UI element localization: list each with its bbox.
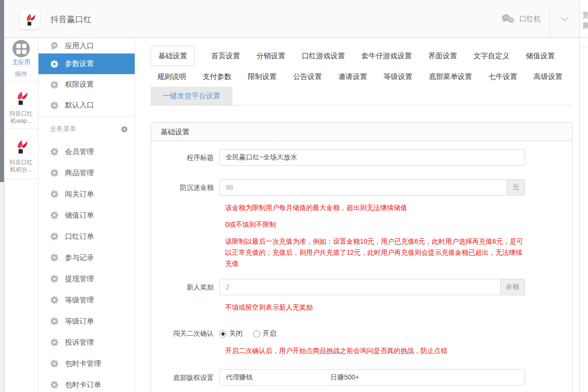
right-edge-section	[580, 38, 588, 47]
sidebar-item-lipstick-orders[interactable]: 口红订单	[38, 226, 135, 247]
field-label: 闯关二次确认	[151, 328, 214, 339]
tab-advanced-settings[interactable]: 高级设置	[534, 72, 562, 81]
account-label: 口红机	[519, 14, 541, 24]
gear-icon	[50, 296, 59, 304]
header-dropdown-button[interactable]	[550, 0, 579, 38]
app-window: 抖音赢口红 口红机 宽 屏 主应用 插件 抖	[0, 0, 588, 392]
right-edge-panel[interactable]: 宽 屏	[579, 0, 588, 392]
sidebar-item-label: 应用入口	[65, 41, 94, 51]
anti-addiction-input[interactable]	[219, 179, 525, 196]
gear-icon	[50, 338, 59, 347]
plugin-item-points[interactable]: 抖音口红 机积分...	[4, 129, 38, 179]
newbie-reward-input[interactable]	[219, 279, 525, 295]
plugin-lipstick-icon	[12, 137, 30, 156]
sidebar-item-timecard-mgmt[interactable]: 包时卡管理	[38, 353, 135, 374]
main-app-label: 主应用	[4, 58, 38, 66]
sidebar-item-app-entry[interactable]: 应用入口	[38, 38, 135, 53]
sidebar-menu: 应用入口 参数设置 权限设置 默认入口 业务菜单 会员管理 商品管理 闯关订单	[38, 38, 135, 392]
help-text: 不填或留空则表示新人无奖励	[225, 302, 528, 313]
tab-qiniu-settings[interactable]: 七牛设置	[488, 72, 517, 81]
radio-close[interactable]: 关闭	[219, 329, 243, 338]
plugin-item-wap[interactable]: 抖音口红 机wap...	[4, 82, 38, 129]
sidebar-item-permission-settings[interactable]: 权限设置	[38, 74, 135, 95]
unit-addon-balance: 余额	[500, 279, 524, 295]
gear-icon	[50, 190, 59, 198]
sidebar-item-label: 会员管理	[65, 147, 94, 157]
field-label: 程序标题	[151, 149, 214, 166]
plugin-name: 抖音口红 机积分...	[4, 159, 38, 173]
tab-bottom-menu-settings[interactable]: 底部菜单设置	[429, 72, 472, 81]
tab-invite-settings[interactable]: 邀请设置	[338, 72, 367, 81]
sidebar-item-challenge-orders[interactable]: 闯关订单	[38, 183, 135, 205]
sidebar-item-stored-value-orders[interactable]: 储值订单	[38, 205, 135, 226]
tab-lipstick-game-settings[interactable]: 口红游戏设置	[302, 52, 345, 61]
sidebar-item-label: 投诉管理	[65, 338, 94, 347]
sidebar-item-member-mgmt[interactable]: 会员管理	[38, 141, 135, 162]
sidebar-item-default-entry[interactable]: 默认入口	[38, 95, 135, 116]
plugins-header: 插件	[4, 66, 38, 82]
app-logo	[20, 9, 40, 29]
sidebar-item-label: 储值订单	[65, 211, 94, 220]
sidebar-item-label: 包时卡订单	[65, 380, 101, 390]
gear-icon	[50, 253, 59, 262]
gear-icon	[50, 80, 59, 89]
tab-level-settings[interactable]: 等级设置	[383, 72, 412, 81]
tab-stored-value-settings[interactable]: 储值设置	[526, 52, 555, 61]
sidebar-item-level-orders[interactable]: 等级订单	[38, 311, 135, 332]
sidebar-item-parameter-settings[interactable]: 参数设置	[38, 53, 135, 74]
chevron-down-icon	[561, 17, 569, 22]
gear-icon	[50, 359, 59, 368]
tab-announcement-settings[interactable]: 公告设置	[293, 72, 322, 81]
sidebar-item-label: 提现管理	[65, 274, 94, 284]
sidebar-item-label: 商品管理	[65, 169, 94, 178]
widescreen-toggle[interactable]: 宽 屏	[580, 0, 588, 38]
account-entry[interactable]: 口红机	[501, 0, 541, 38]
tab-one-click-shipping[interactable]: 一键发货平台设置	[151, 87, 232, 105]
widescreen-char-2: 屏	[582, 20, 588, 31]
sidebar-item-level-mgmt[interactable]: 等级管理	[38, 289, 135, 311]
radio-button-icon	[253, 330, 260, 338]
app-title-input[interactable]	[219, 149, 525, 166]
gear-icon	[50, 211, 59, 220]
scrollbar-thumb[interactable]	[0, 0, 4, 182]
field-label: 新人奖励	[151, 279, 214, 295]
business-menu-label: 业务菜单	[50, 125, 121, 133]
primary-sidebar: 主应用 插件 抖音口红 机wap... 抖音口红 机积分...	[4, 38, 38, 392]
gear-icon	[50, 232, 59, 241]
sidebar-item-label: 默认入口	[65, 101, 94, 110]
copyright-prefix: 代理赚钱	[226, 373, 253, 382]
tab-basic-settings[interactable]: 基础设置	[151, 46, 195, 66]
unit-addon-yuan: 元	[507, 180, 524, 195]
tab-distribution-settings[interactable]: 分销设置	[256, 52, 285, 61]
tab-rules[interactable]: 规则说明	[157, 72, 186, 81]
radio-open[interactable]: 开启	[253, 329, 276, 338]
sidebar-item-withdrawal-mgmt[interactable]: 提现管理	[38, 268, 135, 289]
sidebar-item-complaint-mgmt[interactable]: 投诉管理	[38, 332, 135, 353]
copyright-input[interactable]: 代理赚钱 日赚500+	[219, 369, 525, 386]
sidebar-item-participation-records[interactable]: 参与记录	[38, 247, 135, 268]
gear-icon	[50, 274, 59, 283]
form-row-copyright: 底部版权设置 代理赚钱 日赚500+	[151, 369, 572, 386]
form-row-app-title: 程序标题	[151, 149, 572, 166]
tab-cowboy-game-settings[interactable]: 套牛仔游戏设置	[361, 52, 412, 61]
sidebar-item-label: 参数设置	[65, 59, 94, 68]
main-app-entry[interactable]: 主应用	[4, 38, 38, 66]
sidebar-item-label: 参与记录	[65, 253, 94, 262]
help-text: 0或不填则不限制	[225, 219, 528, 230]
sidebar-item-label: 等级订单	[65, 317, 94, 326]
sidebar-item-product-mgmt[interactable]: 商品管理	[38, 162, 135, 183]
plugin-name: 抖音口红 机wap...	[4, 110, 38, 125]
business-menu-header: 业务菜单	[38, 117, 135, 141]
settings-gear-icon[interactable]	[121, 126, 128, 133]
tab-text-customization[interactable]: 文字自定义	[473, 52, 510, 61]
form-row-second-confirm: 闯关二次确认 关闭 开启	[151, 328, 572, 339]
tab-interface-settings[interactable]: 界面设置	[428, 52, 457, 61]
tab-payment-params[interactable]: 支付参数	[203, 72, 231, 81]
topbar: 抖音赢口红 口红机	[4, 0, 579, 38]
sidebar-item-timecard-orders[interactable]: 包时卡订单	[38, 374, 135, 392]
tab-limit-settings[interactable]: 限制设置	[248, 72, 277, 81]
sidebar-item-label: 闯关订单	[65, 190, 94, 199]
field-label: 底部版权设置	[151, 369, 214, 386]
left-scrollbar[interactable]	[0, 0, 4, 392]
tab-home-settings[interactable]: 首页设置	[211, 52, 240, 61]
